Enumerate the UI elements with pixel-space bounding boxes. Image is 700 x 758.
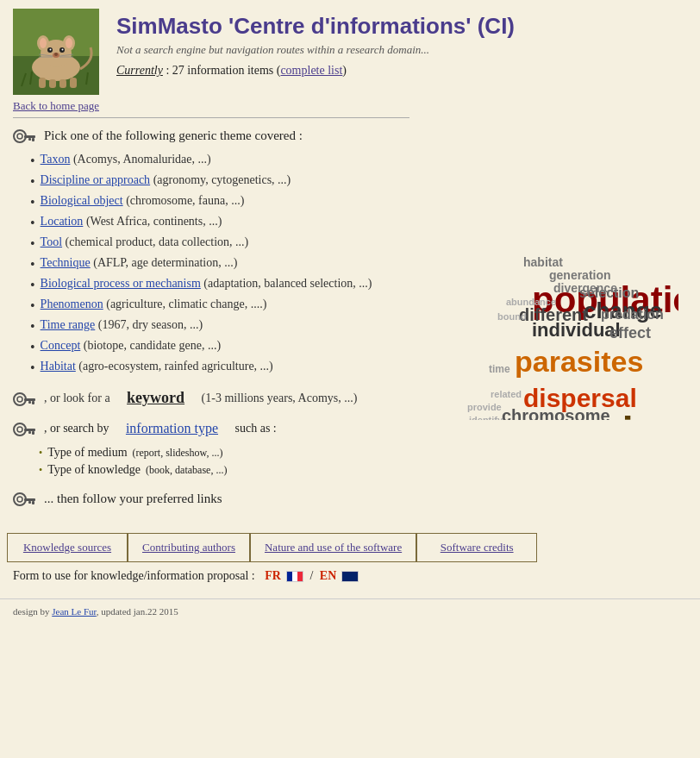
- theme-desc: (biotope, candidate gene, ...): [80, 339, 221, 352]
- theme-link[interactable]: Biological object: [41, 194, 123, 207]
- svg-rect-42: [24, 498, 35, 501]
- form-line: Form to use for knowledge/information pr…: [0, 562, 700, 590]
- header-text: SimMasto 'Centre d'informations' (CI) No…: [116, 9, 515, 78]
- info-type-list: •Type of medium (report, slideshow, ...)…: [13, 446, 411, 477]
- svg-point-7: [62, 49, 64, 51]
- word-cloud-word: chromosome: [502, 407, 610, 420]
- theme-desc: (agriculture, climatic change, ....): [103, 298, 267, 310]
- theme-desc: (West Africa, continents, ...): [83, 215, 222, 228]
- info-type-desc: (report, slideshow, ...): [133, 447, 223, 460]
- svg-rect-20: [59, 79, 66, 88]
- site-subtitle: Not a search engine but navigation route…: [116, 43, 515, 57]
- footer-suffix: , updated jan.22 2015: [97, 606, 178, 617]
- back-link-container: Back to home page: [0, 99, 700, 113]
- bottom-btn-nature-and-use-of-the-software[interactable]: Nature and use of the software: [250, 533, 416, 562]
- theme-list: •Taxon (Acomys, Anomaluridae, ...)•Disci…: [13, 153, 411, 376]
- bullet: •: [30, 216, 35, 231]
- svg-rect-29: [28, 138, 31, 141]
- keyword-suffix: (1-3 millions years, Acomys, ...): [202, 392, 358, 405]
- form-line-text: Form to use for knowledge/information pr…: [13, 569, 255, 583]
- bottom-btn-knowledge-sources[interactable]: Knowledge sources: [7, 533, 128, 562]
- theme-link[interactable]: Discipline or approach: [41, 173, 151, 186]
- word-cloud-word: parasites: [515, 347, 643, 376]
- word-cloud-word: effect: [609, 325, 651, 341]
- theme-link[interactable]: Phenomenon: [41, 298, 103, 310]
- theme-link[interactable]: Habitat: [41, 360, 76, 373]
- word-cloud-word: related: [491, 390, 522, 399]
- word-cloud-word: habitat: [523, 256, 563, 268]
- theme-desc: (agro-ecosystem, rainfed agriculture, ..…: [76, 360, 273, 373]
- svg-point-9: [54, 53, 58, 56]
- theme-link[interactable]: Technique: [41, 256, 91, 269]
- info-type-item: •Type of knowledge (book, database, ...): [39, 463, 411, 477]
- themes-intro: Pick one of the following generic theme …: [44, 128, 303, 143]
- theme-item: •Time range (1967, dry season, ...): [30, 318, 411, 335]
- bullet: •: [30, 298, 35, 314]
- bullet: •: [30, 195, 35, 210]
- bottom-btn-contributing-authors[interactable]: Contributing authors: [128, 533, 250, 562]
- header-divider: [13, 117, 409, 118]
- key-icon-3: [13, 420, 37, 437]
- svg-point-35: [14, 423, 26, 435]
- svg-rect-18: [39, 78, 46, 88]
- info-type-suffix: such as :: [235, 422, 277, 435]
- fr-link[interactable]: FR: [265, 569, 281, 583]
- keyword-link[interactable]: keyword: [127, 389, 184, 407]
- theme-desc: (agronomy, cytogenetics, ...): [150, 173, 291, 186]
- theme-link[interactable]: Location: [41, 215, 84, 228]
- svg-point-25: [14, 130, 26, 142]
- bottom-btn-software-credits[interactable]: Software credits: [416, 533, 537, 562]
- bottom-buttons: Knowledge sourcesContributing authorsNat…: [0, 533, 700, 562]
- theme-desc: (Acomys, Anomaluridae, ...): [70, 153, 210, 166]
- keyword-prefix: , or look for a: [44, 392, 110, 405]
- complete-list-link[interactable]: complete list: [280, 64, 342, 77]
- follow-section: ... then follow your preferred links: [13, 490, 411, 507]
- bullet: •: [39, 447, 42, 460]
- header: SimMasto 'Centre d'informations' (CI) No…: [0, 0, 700, 99]
- bullet: •: [30, 360, 35, 376]
- svg-rect-38: [32, 431, 34, 435]
- theme-item: •Tool (chemical product, data collection…: [30, 235, 411, 252]
- flag-en: [341, 571, 359, 582]
- theme-link[interactable]: Biological process or mechanism: [41, 277, 201, 290]
- theme-item: •Taxon (Acomys, Anomaluridae, ...): [30, 153, 411, 169]
- svg-point-11: [40, 38, 47, 48]
- right-panel: populationspeciesparasitesdispersalchrom…: [420, 127, 687, 524]
- word-cloud-word: different: [519, 306, 588, 323]
- theme-link[interactable]: Time range: [41, 318, 96, 331]
- svg-point-40: [14, 493, 26, 505]
- theme-desc: (chromosome, fauna, ...): [123, 194, 245, 207]
- theme-link[interactable]: Tool: [41, 235, 62, 248]
- designer-link[interactable]: Jean Le Fur: [52, 606, 97, 617]
- bullet: •: [30, 278, 35, 293]
- info-type-link[interactable]: information type: [126, 421, 218, 436]
- en-link[interactable]: EN: [320, 569, 336, 583]
- info-type-header: , or search by information type such as …: [13, 420, 411, 437]
- svg-rect-34: [28, 401, 31, 404]
- key-icon-2: [13, 390, 37, 407]
- info-type-label: Type of knowledge: [47, 463, 141, 477]
- theme-item: •Technique (AFLP, age determination, ...…: [30, 256, 411, 273]
- word-cloud-word: divergence: [553, 282, 617, 294]
- svg-rect-32: [24, 398, 35, 401]
- info-type-section: , or search by information type such as …: [13, 420, 411, 477]
- themes-header: Pick one of the following generic theme …: [13, 127, 411, 144]
- bullet: •: [30, 340, 35, 355]
- theme-link[interactable]: Concept: [41, 339, 81, 352]
- theme-link[interactable]: Taxon: [41, 153, 71, 166]
- bullet: •: [30, 257, 35, 273]
- flag-fr: [286, 571, 303, 582]
- theme-item: •Biological process or mechanism (adapta…: [30, 277, 411, 293]
- currently-count: : 27 information items (: [163, 64, 280, 77]
- word-cloud-word: generation: [549, 269, 611, 281]
- bullet: •: [39, 464, 42, 477]
- theme-item: •Phenomenon (agriculture, climatic chang…: [30, 298, 411, 314]
- word-cloud-word: time: [489, 364, 510, 374]
- word-cloud-word: identify: [469, 416, 503, 420]
- svg-point-26: [17, 134, 22, 139]
- theme-item: •Concept (biotope, candidate gene, ...): [30, 339, 411, 355]
- svg-rect-33: [32, 401, 34, 404]
- follow-text: ... then follow your preferred links: [44, 492, 222, 506]
- key-icon-4: [13, 490, 37, 507]
- back-home-link[interactable]: Back to home page: [13, 99, 99, 112]
